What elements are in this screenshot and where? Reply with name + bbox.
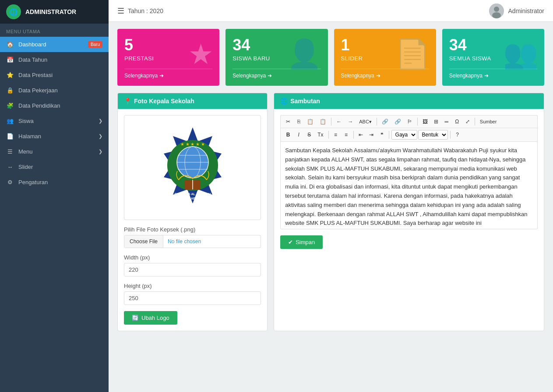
change-logo-button[interactable]: 🔄 Ubah Logo — [124, 311, 177, 325]
file-input-wrapper: Choose File No file chosen — [124, 235, 261, 248]
height-input-group: Height (px) — [124, 283, 261, 305]
height-input[interactable] — [124, 291, 261, 305]
italic-button[interactable]: I — [294, 130, 303, 139]
ordered-list-button[interactable]: ≡ — [331, 130, 341, 139]
clear-format-button[interactable]: Tx — [315, 130, 326, 139]
users-stat-icon: 👥 — [503, 38, 538, 70]
sep-1 — [331, 118, 331, 126]
indent-button[interactable]: ⇥ — [366, 130, 376, 139]
sidebar-title: ADMINISTRATOR — [25, 8, 76, 15]
school-logo-image: ★ ★ ★ ★ ★ SMK PLUS AL - MAFTUH SUKABUMI — [149, 124, 236, 211]
help-button[interactable]: ? — [453, 130, 462, 139]
menu-icon: ☰ — [6, 148, 14, 155]
sidebar-item-dashboard[interactable]: 🏠 Dashboard Baru — [0, 37, 109, 52]
redo-button[interactable]: → — [345, 117, 356, 126]
image-button[interactable]: 🖼 — [420, 117, 430, 126]
width-label: Width (px) — [124, 254, 261, 261]
change-logo-label: Ubah Logo — [141, 315, 169, 321]
main-content: ☰ Tahun : 2020 Administrator 5 PRESTASI — [109, 0, 553, 392]
footer-text-prestasi: Selengkapnya — [124, 73, 158, 79]
save-button[interactable]: ✔ Simpan — [280, 235, 323, 249]
cut-button[interactable]: ✂ — [283, 117, 293, 126]
anchor-button[interactable]: 🏳 — [405, 117, 415, 126]
choose-file-button[interactable]: Choose File — [124, 235, 163, 248]
header-right: Administrator — [489, 4, 544, 18]
header-left: ☰ Tahun : 2020 — [117, 6, 163, 16]
outdent-button[interactable]: ⇤ — [356, 130, 366, 139]
sidebar-label-menu: Menu — [18, 148, 33, 155]
chevron-right-icon-3: ❯ — [99, 149, 102, 154]
save-row: ✔ Simpan — [280, 235, 538, 249]
user-stat-icon: 👤 — [287, 38, 322, 70]
sidebar-item-slider[interactable]: ↔ Slider — [0, 159, 109, 175]
sidebar-item-menu[interactable]: ☰ Menu ❯ — [0, 144, 109, 159]
copy-button[interactable]: ⎘ — [294, 117, 303, 126]
sidebar-item-data-pekerjaan[interactable]: 🔒 Data Pekerjaan — [0, 83, 109, 98]
source-button[interactable]: Sumber — [477, 118, 500, 126]
unlink-button[interactable]: 🔗 — [392, 117, 404, 126]
avatar — [489, 4, 504, 18]
stat-card-siswa-baru[interactable]: 34 SISWA BARU 👤 Selengkapnya ➜ — [225, 29, 328, 86]
table-button[interactable]: ⊞ — [431, 117, 441, 126]
undo-button[interactable]: ← — [334, 117, 344, 126]
page-content: 5 PRESTASI ★ Selengkapnya ➜ 34 SISWA BAR… — [109, 22, 553, 392]
foto-card-title: Foto Kepala Sekolah — [134, 98, 194, 105]
width-input[interactable] — [124, 263, 261, 276]
format-select[interactable]: Bentuk — [418, 130, 448, 140]
sidebar-label-data-prestasi: Data Prestasi — [18, 72, 53, 78]
foto-card-body: ★ ★ ★ ★ ★ SMK PLUS AL - MAFTUH SUKABUMI — [118, 109, 267, 331]
star-stat-icon: ★ — [188, 38, 213, 70]
sidebar-label-halaman: Halaman — [18, 133, 41, 140]
sidebar-item-halaman[interactable]: 📄 Halaman ❯ — [0, 129, 109, 144]
hamburger-icon[interactable]: ☰ — [117, 6, 124, 16]
gear-icon: ⚙ — [6, 179, 14, 186]
hr-button[interactable]: ═ — [442, 117, 451, 126]
bold-button[interactable]: B — [283, 130, 293, 139]
foto-card-header: 📍 Foto Kepala Sekolah — [118, 93, 267, 109]
arrow-right-icon-4: ➜ — [484, 73, 489, 79]
footer-text-slider: Selengkapnya — [341, 73, 374, 79]
menu-section-label: MENU UTAMA — [0, 24, 109, 37]
sidebar-item-data-pendidikan[interactable]: 🧩 Data Pendidikan — [0, 98, 109, 113]
special-char-button[interactable]: Ω — [452, 117, 462, 126]
footer-text-semua-siswa: Selengkapnya — [449, 73, 483, 79]
save-label: Simpan — [296, 239, 315, 245]
users-icon: 👥 — [6, 118, 14, 124]
maximize-button[interactable]: ⤢ — [463, 117, 472, 126]
paste-text-button[interactable]: 📋 — [317, 117, 329, 126]
stat-card-slider[interactable]: 1 SLIDER 📄 Selengkapnya ➜ — [334, 29, 436, 86]
cards-row: 📍 Foto Kepala Sekolah — [117, 93, 544, 331]
stat-card-prestasi[interactable]: 5 PRESTASI ★ Selengkapnya ➜ — [117, 29, 219, 86]
sidebar-item-siswa[interactable]: 👥 Siswa ❯ — [0, 113, 109, 129]
sambutan-card-header: 🌐 Sambutan — [274, 93, 544, 109]
no-file-label: No file chosen — [163, 235, 205, 248]
style-select[interactable]: Gaya — [391, 130, 417, 140]
editor-toolbar: ✂ ⎘ 📋 📋 ← → ABC▾ 🔗 🔗 🏳 — [280, 115, 538, 142]
sidebar-label-slider: Slider — [18, 164, 33, 170]
toolbar-row-2: B I S Tx ≡ ≡ ⇤ ⇥ ❝ — [281, 128, 537, 142]
blockquote-button[interactable]: ❝ — [377, 130, 387, 139]
chevron-right-icon-2: ❯ — [99, 133, 102, 139]
sidebar-item-data-prestasi[interactable]: ⭐ Data Prestasi — [0, 67, 109, 83]
spellcheck-button[interactable]: ABC▾ — [356, 118, 374, 126]
sidebar-item-pengaturan[interactable]: ⚙ Pengaturan — [0, 175, 109, 190]
unordered-list-button[interactable]: ≡ — [342, 130, 351, 139]
sep-5 — [328, 131, 329, 139]
chevron-right-icon: ❯ — [99, 118, 102, 124]
svg-text:SMK PLUS AL - MAFTUH: SMK PLUS AL - MAFTUH — [174, 192, 211, 196]
foto-card: 📍 Foto Kepala Sekolah — [117, 93, 268, 331]
file-input-label: Pilih File Foto Kepsek (.png) — [124, 226, 261, 233]
sidebar-label-data-pekerjaan: Data Pekerjaan — [18, 87, 58, 94]
sep-7 — [389, 131, 389, 139]
svg-text:★ ★ ★ ★ ★: ★ ★ ★ ★ ★ — [180, 142, 205, 147]
dashboard-badge: Baru — [88, 41, 102, 48]
sep-8 — [450, 131, 451, 139]
sidebar: 🌐 ADMINISTRATOR MENU UTAMA 🏠 Dashboard B… — [0, 0, 109, 392]
sidebar-logo-icon: 🌐 — [6, 4, 21, 19]
sidebar-item-data-tahun[interactable]: 📅 Data Tahun — [0, 52, 109, 67]
link-button[interactable]: 🔗 — [379, 117, 391, 126]
paste-button[interactable]: 📋 — [304, 117, 316, 126]
stat-card-semua-siswa[interactable]: 34 SEMUA SISWA 👥 Selengkapnya ➜ — [442, 29, 544, 86]
editor-content[interactable]: Sambutan Kepala Sekolah Assalamu'alaykum… — [280, 142, 538, 229]
strikethrough-button[interactable]: S — [304, 130, 314, 139]
